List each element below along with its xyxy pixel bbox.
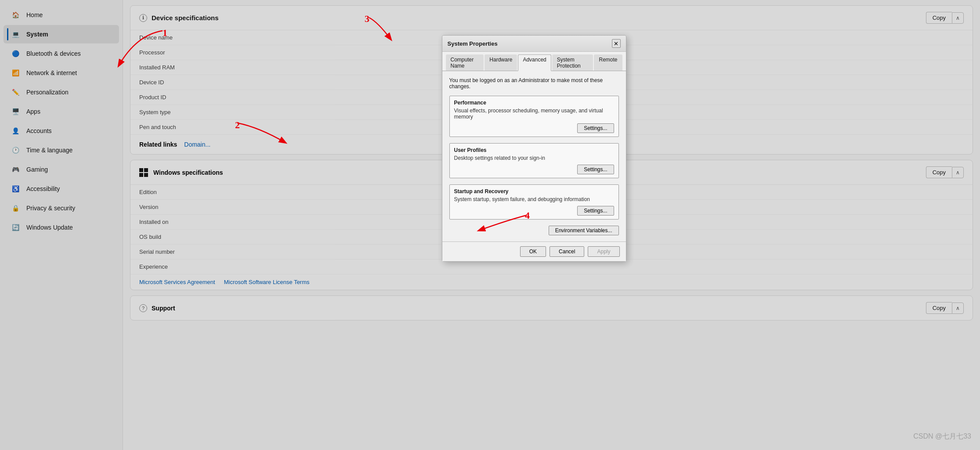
- modal-overlay: System Properties ✕ Computer Name Hardwa…: [0, 0, 980, 450]
- modal-cancel-button[interactable]: Cancel: [550, 246, 584, 257]
- modal-tab-hardware[interactable]: Hardware: [485, 54, 517, 71]
- modal-group-user-profiles: User Profiles Desktop settings related t…: [449, 143, 619, 178]
- modal-note: You must be logged on as an Administrato…: [449, 77, 619, 90]
- modal-group-user-profiles-title: User Profiles: [454, 147, 614, 153]
- modal-close-button[interactable]: ✕: [612, 39, 621, 48]
- modal-tab-remote[interactable]: Remote: [594, 54, 622, 71]
- modal-group-startup-title: Startup and Recovery: [454, 188, 614, 194]
- modal-performance-settings-button[interactable]: Settings...: [577, 123, 614, 133]
- modal-tab-system-protection[interactable]: System Protection: [552, 54, 593, 71]
- modal-ok-button[interactable]: OK: [520, 246, 546, 257]
- modal-group-performance-desc: Visual effects, processor scheduling, me…: [454, 108, 614, 120]
- modal-tab-advanced[interactable]: Advanced: [518, 54, 551, 71]
- modal-body: You must be logged on as an Administrato…: [442, 71, 626, 241]
- modal-group-performance: Performance Visual effects, processor sc…: [449, 96, 619, 137]
- modal-group-startup: Startup and Recovery System startup, sys…: [449, 184, 619, 220]
- modal-apply-button[interactable]: Apply: [588, 246, 619, 257]
- environment-variables-button[interactable]: Environment Variables...: [549, 226, 619, 235]
- modal-user-profiles-settings-button[interactable]: Settings...: [577, 165, 614, 174]
- modal-group-startup-desc: System startup, system failure, and debu…: [454, 196, 614, 202]
- modal-tab-computer-name[interactable]: Computer Name: [446, 54, 484, 71]
- system-properties-modal: System Properties ✕ Computer Name Hardwa…: [442, 35, 626, 262]
- modal-group-performance-title: Performance: [454, 100, 614, 106]
- modal-titlebar: System Properties ✕: [442, 36, 626, 52]
- modal-footer: OK Cancel Apply: [442, 241, 626, 261]
- modal-title: System Properties: [448, 40, 498, 47]
- modal-tabs: Computer Name Hardware Advanced System P…: [442, 52, 626, 71]
- modal-startup-settings-button[interactable]: Settings...: [577, 206, 614, 216]
- modal-group-user-profiles-desc: Desktop settings related to your sign-in: [454, 155, 614, 161]
